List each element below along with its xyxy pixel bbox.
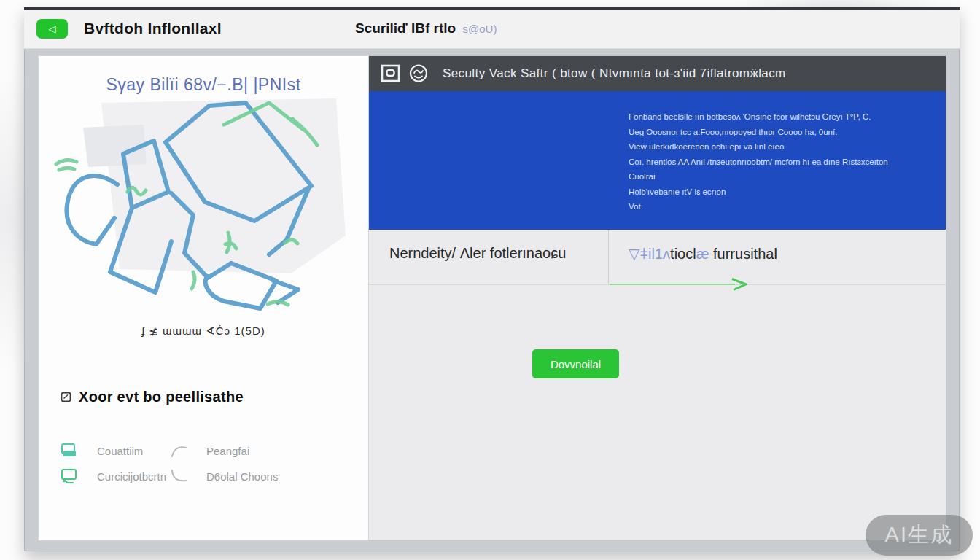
notice-line: Cuolrai: [629, 169, 933, 184]
topbar: ◁ Bvftdoh Inflonllaxl Scuriliď IBf rtlo …: [24, 10, 960, 49]
feature-item: Curcicijotbcrtn: [61, 468, 170, 484]
arrow-right-icon: [610, 278, 750, 291]
back-icon: ◁: [49, 23, 56, 34]
tab-identity[interactable]: Nerndeity/ Ʌler fotlerınaoɕu: [369, 230, 609, 284]
section-heading-label: Xoor evt bo peellisathe: [79, 389, 244, 405]
panel-header-title: Seculty Vack Saftr ( btow ( Ntvmınta tot…: [443, 66, 786, 81]
feature-label: Peangfai: [206, 445, 249, 457]
notice-line: Coı. hrentlos AA Anıl /tnɜeutonrıoobtm/ …: [629, 155, 933, 170]
feature-label: Curcicijotbcrtn: [97, 470, 166, 483]
section-heading: Xoor evt bo peellisathe: [61, 389, 244, 405]
notice-box: Fonband becIslle ıın botbesoʌ 'Onsıne fc…: [369, 91, 946, 230]
arc-icon: [170, 443, 187, 459]
sketch-title: Sγay Bilïi 68v/−.B| |PNIst: [39, 75, 368, 95]
notice-line: Vot.: [629, 199, 933, 214]
tab-virtualization-mid: tiocl: [670, 246, 696, 262]
app-window: ◁ Bvftdoh Inflonllaxl Scuriliď IBf rtlo …: [24, 7, 960, 551]
tab-virtualization-accent2: ӕ: [696, 246, 709, 262]
feature-list: Couattiim Peangfai Curci: [61, 443, 278, 484]
tab-virtualization-accent: ▽ǂil1ʌ: [629, 246, 670, 262]
feature-label: Couattiim: [97, 445, 143, 457]
notice-line: Ueg Ooosnoı tcc a:Fooo,nıopoyɘd thıor Co…: [629, 125, 933, 140]
download-button[interactable]: Dovvnoilal: [532, 349, 619, 378]
note-icon: [61, 392, 71, 402]
subtitle-light-text: s@oU): [463, 23, 497, 35]
sketch-illustration: [50, 97, 357, 324]
tabs-row: Nerndeity/ Ʌler fotlerınaoɕu ▽ǂil1ʌtiocl…: [369, 230, 946, 285]
ai-watermark: AI生成: [866, 515, 973, 556]
notice-line: Holb'ıvebanıe ıtV lɛ ecrıon: [629, 184, 933, 200]
feature-item: Couattiim: [61, 443, 170, 459]
feature-item: D6olal Choons: [170, 468, 278, 484]
curve-icon: [170, 468, 187, 484]
feature-label: D6olal Choons: [206, 470, 278, 483]
back-button[interactable]: ◁: [36, 19, 68, 39]
layers-icon: [61, 443, 78, 459]
feature-item: Peangfai: [170, 443, 278, 459]
notice-line: Fonband becIslle ıın botbesoʌ 'Onsıne fc…: [629, 109, 933, 125]
scribble-badge-icon: [408, 63, 429, 84]
right-panel: Seculty Vack Saftr ( btow ( Ntvmınta tot…: [369, 55, 946, 541]
topbar-subtitle: Scuriliď IBf rtlo s@oU): [355, 20, 497, 36]
screenshot-icon: [381, 64, 401, 83]
app-title: Bvftdoh Inflonllaxl: [84, 20, 222, 37]
left-panel: Sγay Bilïi 68v/−.B| |PNIst: [38, 55, 369, 541]
tab-virtualization[interactable]: ▽ǂil1ʌtioclӕ furrusithal: [609, 230, 946, 284]
notice-line: View ulerkıdkoerenen ochı epı va lınl eı…: [629, 139, 933, 155]
tab-virtualization-rest: furrusithal: [709, 246, 777, 262]
sketch-caption: ʄ ≴ ɯɯɯɯ ∢Ċɔ 1(5D): [39, 324, 368, 338]
monitor-icon: [61, 468, 78, 484]
subtitle-bold-text: Scuriliď IBf rtlo: [355, 20, 456, 36]
panel-header: Seculty Vack Saftr ( btow ( Ntvmınta tot…: [369, 56, 946, 91]
tab-identity-label: Nerndeity/ Ʌler fotlerınaoɕu: [389, 245, 566, 261]
